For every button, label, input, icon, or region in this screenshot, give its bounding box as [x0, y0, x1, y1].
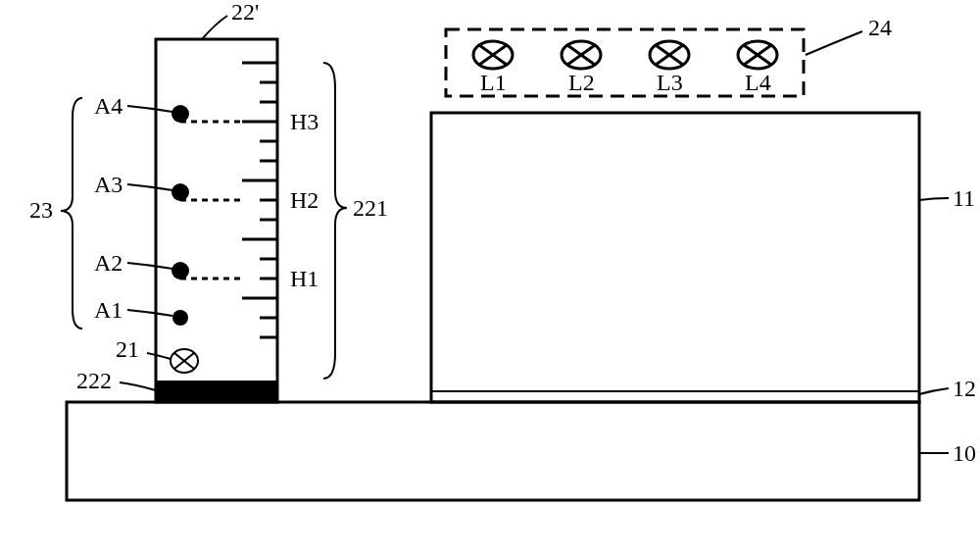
- label-A4: A4: [94, 93, 122, 119]
- label-12: 12: [953, 376, 976, 401]
- label-A1: A1: [94, 297, 122, 323]
- gauge-column: [156, 39, 277, 402]
- label-24: 24: [868, 15, 892, 40]
- label-A2: A2: [94, 250, 122, 276]
- label-H2: H2: [290, 187, 318, 213]
- label-222: 222: [76, 368, 112, 393]
- brace-221: [323, 63, 347, 379]
- label-H1: H1: [290, 266, 318, 291]
- svg-point-20: [172, 262, 189, 280]
- label-22p: 22': [231, 0, 259, 25]
- element-21: [171, 349, 198, 373]
- brace-23: [61, 98, 82, 329]
- lamps: [473, 41, 777, 69]
- label-L3: L3: [657, 70, 683, 95]
- label-A3: A3: [94, 172, 122, 197]
- label-221: 221: [353, 195, 388, 221]
- upper-box: [431, 113, 919, 402]
- ruler-ticks: [242, 63, 277, 337]
- label-H3: H3: [290, 109, 318, 134]
- label-L1: L1: [480, 70, 507, 95]
- svg-point-21: [172, 310, 188, 326]
- label-21: 21: [116, 336, 139, 362]
- sensor-dots: [172, 105, 189, 326]
- figure: 22' A4 A3 A2 A1 21 222 23 221 H3 H2 H1 L…: [0, 0, 980, 559]
- level-lines: [180, 122, 242, 279]
- label-11: 11: [953, 185, 975, 211]
- label-23: 23: [29, 197, 53, 223]
- base-block: [67, 402, 919, 500]
- gauge-bottom-block: [156, 381, 277, 402]
- svg-point-18: [172, 105, 189, 123]
- label-10: 10: [953, 440, 976, 466]
- svg-point-19: [172, 183, 189, 201]
- label-L2: L2: [568, 70, 595, 95]
- label-L4: L4: [745, 70, 771, 95]
